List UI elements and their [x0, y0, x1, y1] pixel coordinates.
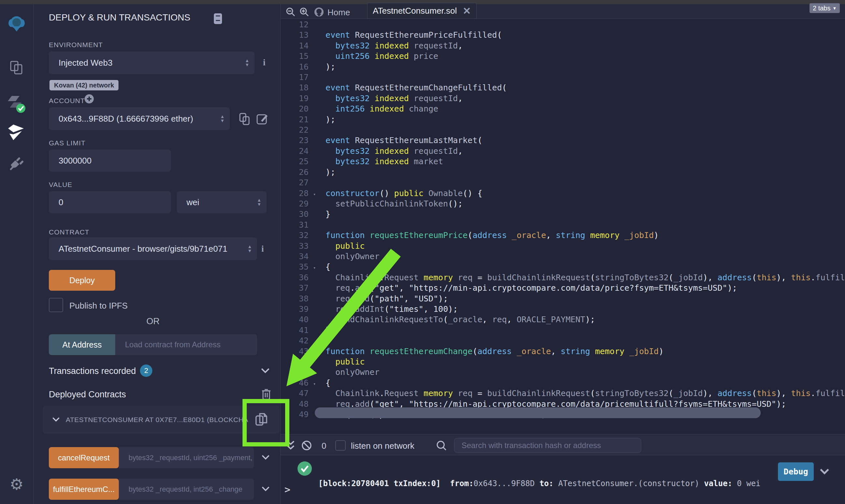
environment-select[interactable]: Injected Web3 ▲▼ — [49, 51, 255, 74]
code-line[interactable]: 42 — [280, 336, 845, 346]
file-explorer-icon[interactable] — [0, 60, 33, 76]
code-line[interactable]: 41 } — [280, 325, 845, 336]
tabs-count-pill[interactable]: 2 tabs ▼ — [810, 3, 840, 13]
code-line[interactable]: 12 — [280, 19, 845, 30]
code-line[interactable]: 36 Chainlink.Request memory req = buildC… — [280, 272, 845, 283]
contract-select[interactable]: ATestnetConsumer - browser/gists/9b71e07… — [49, 237, 257, 260]
code-line[interactable]: 39 req.addInt("times", 100); — [280, 304, 845, 314]
active-tab[interactable]: ATestnetConsumer.sol ✕ — [367, 3, 477, 19]
expand-tx-icon[interactable] — [820, 468, 829, 475]
code-line[interactable]: 24 bytes32 indexed requestId, — [280, 146, 845, 157]
code-line[interactable]: 43 function requestEthereumChange(addres… — [280, 346, 845, 357]
plugin-manager-icon[interactable] — [0, 155, 33, 172]
add-account-icon[interactable] — [84, 94, 94, 104]
code-line[interactable]: 17 — [280, 72, 845, 83]
expand-args-icon[interactable] — [261, 486, 270, 492]
code-text: Chainlink.Request memory req = buildChai… — [316, 272, 845, 283]
value-unit-select[interactable]: wei ▲▼ — [177, 191, 266, 213]
account-select[interactable]: 0x643...9F88D (1.666673996 ether) ▲▼ — [49, 107, 230, 130]
line-number: 18 — [280, 83, 309, 93]
remix-logo-icon[interactable] — [0, 15, 33, 33]
debug-button[interactable]: Debug — [778, 462, 814, 481]
code-line[interactable]: 20 int256 indexed change — [280, 104, 845, 114]
home-tab[interactable]: Home — [327, 7, 350, 18]
code-line[interactable]: 32 function requestEthereumPrice(address… — [280, 230, 845, 240]
line-number: 30 — [280, 209, 309, 219]
listen-on-network-checkbox[interactable] — [335, 440, 346, 451]
gas-limit-input[interactable]: 3000000 — [49, 149, 171, 172]
code-line[interactable]: 22 — [280, 125, 845, 135]
zoom-in-icon[interactable] — [299, 7, 309, 17]
publish-ipfs-checkbox[interactable] — [49, 298, 63, 312]
code-editor[interactable]: 1213 event RequestEthereumPriceFulfilled… — [280, 19, 845, 434]
fulfillethereumc-args-input[interactable]: bytes32 _requestId, int256 _change — [119, 479, 254, 500]
code-line[interactable]: 47 Chainlink.Request memory req = buildC… — [280, 388, 845, 399]
code-line[interactable]: 38 req.add("path", "USD"); — [280, 294, 845, 304]
cancelrequest-args-input[interactable]: bytes32 _requestId, uint256 _payment, b — [119, 447, 254, 468]
zoom-out-icon[interactable] — [286, 7, 296, 17]
code-line[interactable]: 19 bytes32 indexed requestId, — [280, 93, 845, 104]
code-line[interactable]: 27 — [280, 178, 845, 188]
terminal-search-icon[interactable] — [436, 440, 447, 451]
code-line[interactable]: 18 event RequestEthereumChangeFulfilled( — [280, 83, 845, 93]
code-line[interactable]: 25 bytes32 indexed market — [280, 157, 845, 167]
fold-icon[interactable]: ▾ — [313, 379, 316, 389]
code-text: int256 indexed change — [316, 104, 438, 114]
environment-info-icon[interactable]: i — [263, 57, 265, 68]
code-line[interactable]: 16 ); — [280, 62, 845, 72]
code-line[interactable]: 14 bytes32 indexed requestId, — [280, 41, 845, 51]
fulfillethereumc-button[interactable]: fulfillEthereumC... — [49, 479, 119, 500]
contract-expand-icon[interactable] — [52, 417, 60, 422]
line-number: 45 — [280, 367, 309, 378]
cancelrequest-button[interactable]: cancelRequest — [49, 447, 119, 468]
solidity-compiler-icon[interactable] — [0, 95, 33, 115]
fold-icon[interactable]: ▾ — [313, 263, 316, 273]
gas-limit-label: GAS LIMIT — [49, 139, 86, 147]
code-text: bytes32 indexed requestId, — [316, 41, 463, 51]
transactions-collapse-icon[interactable] — [261, 368, 270, 374]
deploy-run-icon[interactable] — [0, 124, 33, 141]
deploy-button[interactable]: Deploy — [49, 270, 115, 291]
expand-args-icon[interactable] — [261, 454, 270, 460]
horizontal-scrollbar[interactable] — [315, 408, 761, 418]
code-line[interactable]: 15 uint256 indexed price — [280, 51, 845, 61]
copy-account-icon[interactable] — [239, 113, 250, 125]
code-line[interactable]: 46▾ { — [280, 378, 845, 388]
remix-ide-window: ⚙ DEPLOY & RUN TRANSACTIONS ENVIRONMENT … — [0, 0, 845, 504]
at-address-input[interactable]: Load contract from Address — [115, 334, 257, 355]
code-line[interactable]: 28▾ constructor() public Ownable() { — [280, 188, 845, 199]
edit-account-icon[interactable] — [257, 113, 268, 125]
code-line[interactable]: 45 onlyOwner — [280, 367, 845, 378]
terminal-prompt[interactable]: > — [284, 484, 290, 495]
code-line[interactable]: 34 onlyOwner — [280, 251, 845, 262]
code-line[interactable]: 26 ); — [280, 167, 845, 178]
code-text: constructor() public Ownable() { — [316, 188, 482, 199]
terminal-search-input[interactable]: Search with transaction hash or address — [454, 438, 641, 453]
code-line[interactable]: 31 — [280, 220, 845, 230]
code-text: req.addInt("times", 100); — [316, 304, 458, 314]
code-line[interactable]: 29 setPublicChainlinkToken(); — [280, 199, 845, 209]
tx-log[interactable]: [block:20780401 txIndex:0] from:0x643...… — [318, 456, 760, 504]
clear-contracts-trash-icon[interactable] — [261, 389, 271, 400]
code-line[interactable]: 21 ); — [280, 114, 845, 125]
code-line[interactable]: 40 sendChainlinkRequestTo(_oracle, req, … — [280, 314, 845, 325]
close-tab-icon[interactable]: ✕ — [463, 5, 471, 17]
code-line[interactable]: 37 req.add("get", "https://min-api.crypt… — [280, 283, 845, 293]
code-line[interactable]: 35▾ { — [280, 262, 845, 272]
code-text: bytes32 indexed requestId, — [316, 146, 463, 157]
code-line[interactable]: 23 event RequestEthereumLastMarket( — [280, 135, 845, 146]
code-line[interactable]: 13 event RequestEthereumPriceFulfilled( — [280, 30, 845, 40]
code-line[interactable]: 44 public — [280, 357, 845, 367]
line-number: 35▾ — [280, 262, 309, 272]
settings-gear-icon[interactable]: ⚙ — [0, 475, 33, 493]
contract-label: CONTRACT — [49, 228, 89, 236]
code-line[interactable]: 33 public — [280, 241, 845, 251]
clear-terminal-icon[interactable] — [301, 440, 312, 451]
value-input[interactable]: 0 — [49, 191, 171, 213]
at-address-button[interactable]: At Address — [49, 334, 115, 355]
code-line[interactable]: 30 } — [280, 209, 845, 219]
home-tab-icon[interactable] — [314, 7, 324, 17]
contract-info-icon[interactable]: i — [261, 244, 264, 254]
line-number: 47 — [280, 388, 309, 399]
fold-icon[interactable]: ▾ — [313, 189, 316, 200]
